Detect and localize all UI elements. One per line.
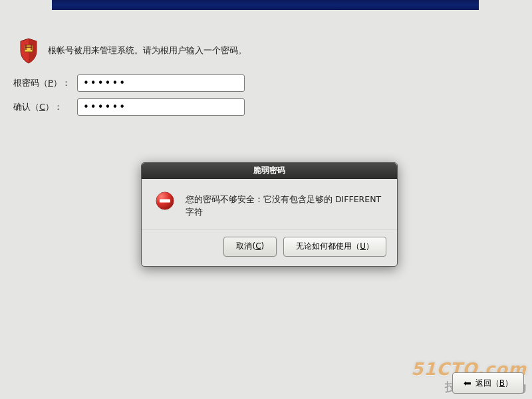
back-button[interactable]: ⬅ 返回（B） <box>452 372 524 394</box>
root-password-row: 根密码（P）： <box>13 74 245 92</box>
installer-banner <box>52 0 479 10</box>
cancel-button[interactable]: 取消(C) <box>223 237 277 257</box>
dialog-body: 您的密码不够安全：它没有包含足够的 DIFFERENT 字符 <box>142 179 397 230</box>
dialog-message: 您的密码不够安全：它没有包含足够的 DIFFERENT 字符 <box>186 191 384 219</box>
dialog-title: 脆弱密码 <box>253 165 285 176</box>
header-text: 根帐号被用来管理系统。请为根用户输入一个密码。 <box>48 45 247 57</box>
arrow-left-icon: ⬅ <box>464 378 471 388</box>
svg-rect-3 <box>160 200 170 203</box>
weak-password-dialog: 脆弱密码 您的密码不够安全：它没有包含足够的 DIFFERENT 字符 取消(C… <box>141 162 398 267</box>
root-password-input[interactable] <box>77 74 245 92</box>
use-anyway-button[interactable]: 无论如何都使用（U） <box>283 237 386 257</box>
password-form: 根密码（P）： 确认（C）： <box>13 74 245 122</box>
dialog-titlebar: 脆弱密码 <box>142 163 397 179</box>
dialog-buttons: 取消(C) 无论如何都使用（U） <box>142 230 397 266</box>
confirm-password-row: 确认（C）： <box>13 98 245 116</box>
root-shield-icon <box>19 37 39 64</box>
root-password-label: 根密码（P）： <box>13 77 70 89</box>
error-icon <box>155 191 175 213</box>
footer-nav: ⬅ 返回（B） <box>452 372 524 394</box>
confirm-password-input[interactable] <box>77 98 245 116</box>
confirm-password-label: 确认（C）： <box>13 101 70 113</box>
header-row: 根帐号被用来管理系统。请为根用户输入一个密码。 <box>19 37 247 64</box>
